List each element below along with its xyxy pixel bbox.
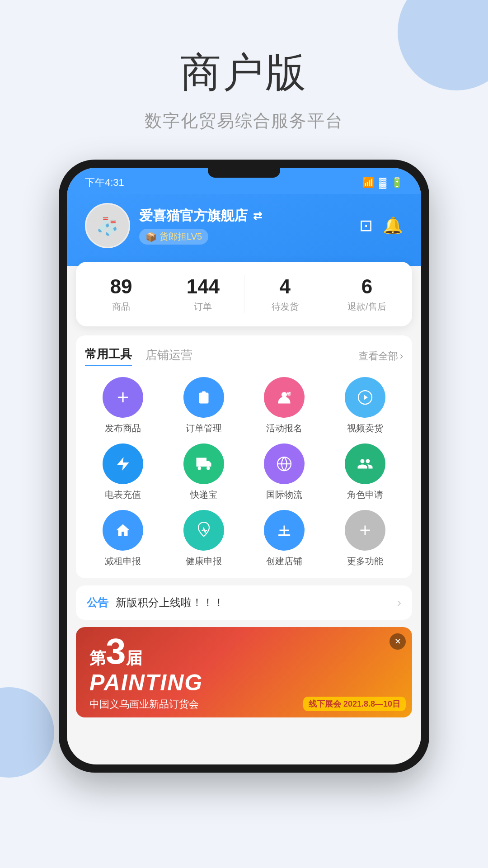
tools-grid: 发布商品 订单管理 活动报名 bbox=[85, 377, 403, 567]
role-apply-icon bbox=[345, 443, 385, 484]
stat-pending-label: 待发货 bbox=[244, 301, 326, 313]
tab-store-ops[interactable]: 店铺运营 bbox=[145, 347, 192, 366]
app-title: 商户版 bbox=[0, 45, 488, 100]
content-area: 常用工具 店铺运营 查看全部 › 发布商品 bbox=[67, 326, 421, 726]
svg-point-3 bbox=[197, 467, 201, 470]
signal-icon: 📶 bbox=[362, 177, 375, 189]
announce-arrow-icon: › bbox=[397, 595, 401, 610]
bg-decoration-bottom-left bbox=[0, 687, 54, 778]
stat-products-label: 商品 bbox=[80, 301, 162, 313]
stat-orders-value: 144 bbox=[162, 275, 244, 298]
video-selling-label: 视频卖货 bbox=[347, 422, 383, 434]
store-name-area: 爱喜猫官方旗舰店 ⇄ 📦 货郎担LV5 bbox=[139, 207, 262, 245]
tool-health-report[interactable]: 健康申报 bbox=[166, 510, 242, 567]
tool-create-store[interactable]: 创建店铺 bbox=[246, 510, 323, 567]
activity-signup-label: 活动报名 bbox=[266, 422, 302, 434]
electricity-label: 电表充值 bbox=[105, 489, 141, 501]
tool-order-management[interactable]: 订单管理 bbox=[166, 377, 242, 434]
announcement-bar[interactable]: 公告 新版积分上线啦！！！ › bbox=[76, 585, 412, 620]
tool-video-selling[interactable]: 视频卖货 bbox=[327, 377, 404, 434]
svg-rect-6 bbox=[278, 534, 291, 536]
battery-icon: 🔋 bbox=[391, 177, 403, 189]
tool-more-functions[interactable]: 更多功能 bbox=[327, 510, 404, 567]
intl-logistics-icon bbox=[264, 443, 305, 484]
store-badge: 📦 货郎担LV5 bbox=[139, 229, 208, 245]
role-apply-label: 角色申请 bbox=[347, 489, 383, 501]
banner-number: 3 bbox=[106, 633, 126, 670]
notification-button[interactable]: 🔔 bbox=[383, 216, 403, 235]
announce-tag: 公告 bbox=[87, 595, 108, 610]
intl-logistics-label: 国际物流 bbox=[266, 489, 302, 501]
tool-electricity[interactable]: 电表充值 bbox=[85, 443, 161, 501]
app-subtitle: 数字化贸易综合服务平台 bbox=[0, 109, 488, 132]
tab-common-tools[interactable]: 常用工具 bbox=[85, 346, 132, 366]
stat-products[interactable]: 89 商品 bbox=[80, 275, 162, 313]
phone-screen: 下午4:31 📶 ▓ 🔋 🧦 爱喜猫官方旗舰店 ⇄ bbox=[67, 168, 421, 764]
stat-refund-value: 6 bbox=[326, 275, 408, 298]
express-label: 快递宝 bbox=[190, 489, 217, 501]
electricity-icon bbox=[103, 443, 143, 484]
swap-icon[interactable]: ⇄ bbox=[253, 210, 262, 222]
rent-reduction-label: 减租申报 bbox=[105, 555, 141, 567]
tools-more-button[interactable]: 查看全部 › bbox=[358, 349, 403, 363]
rent-reduction-icon bbox=[103, 510, 143, 551]
banner-title: PAINTING bbox=[89, 670, 203, 696]
store-actions: ⊡ 🔔 bbox=[359, 216, 403, 235]
activity-signup-icon bbox=[264, 377, 305, 418]
order-management-label: 订单管理 bbox=[186, 422, 222, 434]
store-info: 🧦 爱喜猫官方旗舰店 ⇄ 📦 货郎担LV5 bbox=[85, 203, 403, 248]
banner-pre-text: 第 bbox=[89, 647, 106, 670]
announce-text: 新版积分上线啦！！！ bbox=[116, 595, 390, 610]
banner-content: 第 3 届 PAINTING 中国义乌画业新品订货会 bbox=[89, 633, 203, 711]
status-time: 下午4:31 bbox=[85, 176, 124, 189]
tool-express[interactable]: 快递宝 bbox=[166, 443, 242, 501]
create-store-label: 创建店铺 bbox=[266, 555, 302, 567]
tool-rent-reduction[interactable]: 减租申报 bbox=[85, 510, 161, 567]
stat-pending-value: 4 bbox=[244, 275, 326, 298]
banner-event-tag: 线下展会 2021.8.8—10日 bbox=[303, 697, 406, 711]
banner-close-button[interactable]: ✕ bbox=[389, 633, 406, 650]
store-left: 🧦 爱喜猫官方旗舰店 ⇄ 📦 货郎担LV5 bbox=[85, 203, 262, 248]
create-store-icon bbox=[264, 510, 305, 551]
stat-refund[interactable]: 6 退款/售后 bbox=[326, 275, 408, 313]
svg-point-0 bbox=[282, 392, 287, 397]
tools-tabs: 常用工具 店铺运营 查看全部 › bbox=[85, 346, 403, 366]
stat-refund-label: 退款/售后 bbox=[326, 301, 408, 313]
more-functions-label: 更多功能 bbox=[347, 555, 383, 567]
phone-frame: 下午4:31 📶 ▓ 🔋 🧦 爱喜猫官方旗舰店 ⇄ bbox=[59, 160, 429, 773]
phone-header: 🧦 爱喜猫官方旗舰店 ⇄ 📦 货郎担LV5 bbox=[67, 194, 421, 266]
tools-section: 常用工具 店铺运营 查看全部 › 发布商品 bbox=[76, 335, 412, 578]
wifi-icon: ▓ bbox=[379, 177, 386, 189]
app-header: 商户版 数字化贸易综合服务平台 bbox=[0, 0, 488, 160]
banner-subtitle: 中国义乌画业新品订货会 bbox=[89, 698, 203, 711]
phone-mockup: 下午4:31 📶 ▓ 🔋 🧦 爱喜猫官方旗舰店 ⇄ bbox=[59, 160, 429, 773]
more-functions-icon bbox=[345, 510, 385, 551]
tool-publish-product[interactable]: 发布商品 bbox=[85, 377, 161, 434]
stat-products-value: 89 bbox=[80, 275, 162, 298]
store-name: 爱喜猫官方旗舰店 ⇄ bbox=[139, 207, 262, 225]
publish-product-icon bbox=[103, 377, 143, 418]
publish-product-label: 发布商品 bbox=[105, 422, 141, 434]
avatar: 🧦 bbox=[85, 203, 130, 248]
health-report-icon bbox=[183, 510, 224, 551]
tool-role-apply[interactable]: 角色申请 bbox=[327, 443, 404, 501]
stat-orders[interactable]: 144 订单 bbox=[162, 275, 244, 313]
banner[interactable]: 第 3 届 PAINTING 中国义乌画业新品订货会 ✕ 线下展会 2021.8… bbox=[76, 627, 412, 717]
order-management-icon bbox=[183, 377, 224, 418]
scan-button[interactable]: ⊡ bbox=[359, 216, 373, 235]
health-report-label: 健康申报 bbox=[186, 555, 222, 567]
express-icon bbox=[183, 443, 224, 484]
svg-point-4 bbox=[206, 467, 210, 470]
phone-notch bbox=[208, 168, 280, 178]
tool-international-logistics[interactable]: 国际物流 bbox=[246, 443, 323, 501]
stat-orders-label: 订单 bbox=[162, 301, 244, 313]
status-icons: 📶 ▓ 🔋 bbox=[362, 177, 403, 189]
video-selling-icon bbox=[345, 377, 385, 418]
tool-activity-signup[interactable]: 活动报名 bbox=[246, 377, 323, 434]
banner-post-text: 届 bbox=[126, 647, 142, 670]
stats-card: 89 商品 144 订单 4 待发货 6 退款/售后 bbox=[76, 262, 412, 326]
stat-pending[interactable]: 4 待发货 bbox=[244, 275, 326, 313]
chevron-right-icon: › bbox=[400, 350, 403, 362]
